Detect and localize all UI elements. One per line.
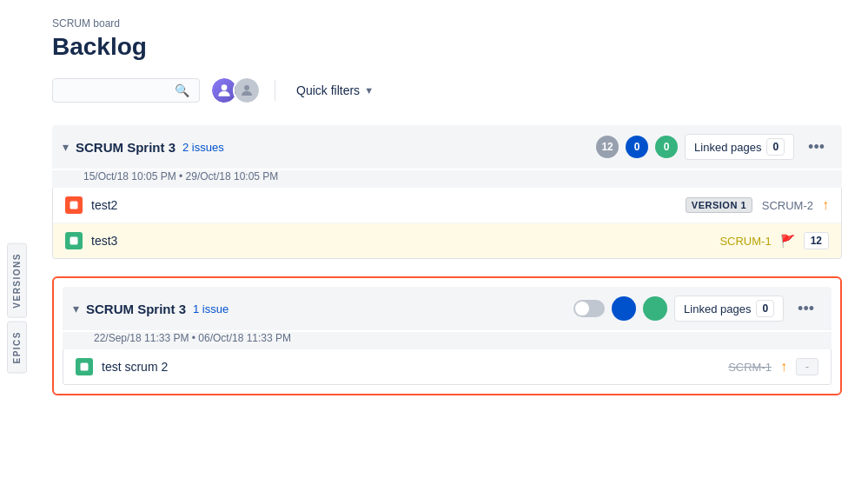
sprint-2-dates: 22/Sep/18 11:33 PM • 06/Oct/18 11:33 PM bbox=[63, 332, 832, 349]
issue-id-scrm1: SCRM-1 bbox=[719, 361, 772, 374]
page-title: Backlog bbox=[52, 33, 842, 61]
issue-id-scrum2: SCRUM-2 bbox=[761, 199, 813, 212]
svg-rect-2 bbox=[70, 202, 78, 209]
issue-id-scrum1: SCRUM-1 bbox=[719, 235, 772, 248]
linked-pages-2-count: 0 bbox=[756, 300, 774, 317]
linked-pages-2-label: Linked pages bbox=[684, 302, 751, 315]
sprint-1-badge-gray: 12 bbox=[596, 136, 619, 158]
story-points-dash: - bbox=[796, 358, 818, 375]
sprint-2-linked-pages-button[interactable]: Linked pages 0 bbox=[674, 295, 784, 322]
story-points-badge-1: 12 bbox=[804, 232, 829, 249]
sprint-1-collapse-icon[interactable]: ▾ bbox=[63, 140, 69, 154]
svg-point-1 bbox=[244, 85, 249, 90]
issue-icon-bug bbox=[65, 196, 83, 214]
sprint-1-badge-blue: 0 bbox=[626, 136, 648, 158]
sprint-2-collapse-icon[interactable]: ▾ bbox=[73, 302, 79, 315]
sprint-1-issues-count: 2 issues bbox=[182, 141, 224, 154]
linked-pages-1-label: Linked pages bbox=[694, 141, 761, 154]
versions-label[interactable]: VERSIONS bbox=[7, 243, 27, 318]
sprint-1-more-button[interactable]: ••• bbox=[801, 136, 832, 158]
svg-rect-4 bbox=[81, 363, 89, 371]
sprint-2-header: ▾ SCRUM Sprint 3 1 issue Linked pages 0 … bbox=[63, 287, 832, 330]
sprint-section-1: ▾ SCRUM Sprint 3 2 issues 12 0 0 Linked … bbox=[52, 125, 842, 259]
quick-filters-button[interactable]: Quick filters ▼ bbox=[289, 80, 381, 101]
toggle-switch[interactable] bbox=[573, 300, 605, 317]
sprint-2-issues-count: 1 issue bbox=[193, 302, 229, 315]
table-row: test2 VERSION 1 SCRUM-2 ↑ bbox=[53, 188, 841, 223]
toolbar-divider bbox=[275, 80, 275, 101]
table-row: test scrum 2 SCRM-1 ↑ - bbox=[63, 349, 831, 384]
sprint-1-issues: test2 VERSION 1 SCRUM-2 ↑ test3 SCRUM-1 … bbox=[52, 188, 842, 259]
sprint-2-issues: test scrum 2 SCRM-1 ↑ - bbox=[63, 349, 832, 385]
issue-name-test3: test3 bbox=[91, 234, 711, 248]
linked-pages-1-count: 0 bbox=[766, 138, 785, 156]
priority-flag-icon: 🚩 bbox=[780, 234, 795, 248]
sprint-1-linked-pages-button[interactable]: Linked pages 0 bbox=[685, 134, 794, 160]
sprint-1-badge-green: 0 bbox=[655, 136, 678, 158]
priority-up-icon-2: ↑ bbox=[780, 359, 787, 375]
sprint-2-title: SCRUM Sprint 3 bbox=[86, 302, 186, 316]
sprint-1-dates: 15/Oct/18 10:05 PM • 29/Oct/18 10:05 PM bbox=[52, 170, 842, 188]
svg-point-0 bbox=[222, 84, 228, 90]
svg-rect-3 bbox=[70, 237, 78, 245]
issue-name-test-scrum-2: test scrum 2 bbox=[102, 360, 711, 374]
version-badge-1: VERSION 1 bbox=[686, 197, 752, 213]
sprint-section-2: ▾ SCRUM Sprint 3 1 issue Linked pages 0 … bbox=[52, 276, 842, 395]
issue-icon-story-2 bbox=[76, 358, 93, 375]
table-row: test3 SCRUM-1 🚩 12 bbox=[53, 223, 841, 258]
chevron-down-icon: ▼ bbox=[364, 85, 374, 96]
sprint-1-header: ▾ SCRUM Sprint 3 2 issues 12 0 0 Linked … bbox=[52, 125, 842, 169]
avatars-group bbox=[210, 76, 261, 104]
search-box[interactable]: 🔍 bbox=[52, 78, 200, 103]
search-input[interactable] bbox=[62, 83, 175, 97]
breadcrumb: SCRUM board bbox=[52, 17, 842, 30]
search-icon: 🔍 bbox=[175, 83, 189, 97]
sprint-2-badge-green bbox=[643, 296, 667, 321]
priority-up-icon-1: ↑ bbox=[822, 197, 829, 213]
issue-name-test2: test2 bbox=[91, 198, 677, 212]
toolbar: 🔍 Qui bbox=[52, 76, 842, 104]
sprint-1-title: SCRUM Sprint 3 bbox=[76, 140, 176, 155]
epics-label[interactable]: EPICS bbox=[7, 322, 27, 374]
quick-filters-label: Quick filters bbox=[296, 83, 360, 97]
sprint-2-more-button[interactable]: ••• bbox=[791, 298, 821, 320]
issue-icon-story bbox=[65, 232, 83, 249]
sprint-2-badge-blue bbox=[612, 296, 636, 321]
avatar-user2[interactable] bbox=[233, 76, 261, 104]
